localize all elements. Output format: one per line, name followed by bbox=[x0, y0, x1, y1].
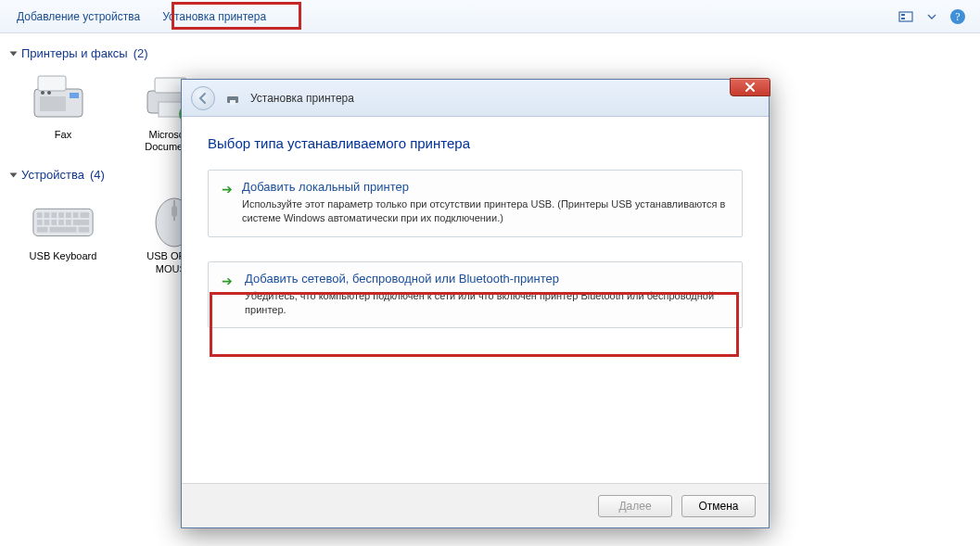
device-label: Fax bbox=[55, 129, 71, 141]
svg-rect-29 bbox=[37, 227, 48, 233]
wizard-body: Выбор типа устанавливаемого принтера ➔ Д… bbox=[182, 117, 769, 362]
svg-rect-18 bbox=[51, 213, 57, 219]
svg-rect-7 bbox=[70, 93, 79, 98]
toolbar: Добавление устройства Установка принтера… bbox=[0, 0, 980, 33]
svg-rect-23 bbox=[37, 220, 43, 225]
svg-rect-25 bbox=[51, 220, 57, 225]
keyboard-icon bbox=[30, 191, 96, 247]
svg-rect-1 bbox=[901, 14, 905, 16]
toolbar-right: ? bbox=[897, 7, 974, 26]
svg-rect-24 bbox=[45, 220, 50, 225]
device-keyboard[interactable]: USB Keyboard bbox=[20, 191, 106, 274]
collapse-icon bbox=[10, 172, 18, 177]
svg-rect-37 bbox=[230, 100, 235, 105]
svg-rect-36 bbox=[229, 93, 236, 96]
svg-rect-27 bbox=[66, 220, 71, 225]
wizard-heading: Выбор типа устанавливаемого принтера bbox=[208, 135, 743, 151]
svg-rect-6 bbox=[38, 76, 66, 91]
back-button[interactable] bbox=[191, 86, 215, 110]
svg-rect-19 bbox=[58, 213, 64, 219]
svg-rect-34 bbox=[172, 206, 177, 217]
svg-rect-31 bbox=[79, 227, 90, 233]
arrow-right-icon: ➔ bbox=[222, 273, 235, 288]
device-fax[interactable]: Fax bbox=[20, 70, 106, 153]
wizard-title-text: Установка принтера bbox=[250, 92, 354, 105]
cancel-button[interactable]: Отмена bbox=[681, 495, 756, 517]
section-printers-header[interactable]: Принтеры и факсы (2) bbox=[11, 46, 969, 60]
help-icon[interactable]: ? bbox=[948, 7, 967, 26]
add-printer-wizard: Установка принтера Выбор типа устанавлив… bbox=[181, 79, 770, 528]
option-add-network-printer[interactable]: ➔ Добавить сетевой, беспроводной или Blu… bbox=[208, 261, 743, 329]
svg-rect-16 bbox=[37, 213, 43, 219]
svg-rect-0 bbox=[899, 12, 912, 21]
section-devices-count: (4) bbox=[90, 168, 105, 182]
svg-rect-2 bbox=[901, 18, 905, 19]
close-button[interactable] bbox=[730, 78, 770, 96]
svg-point-9 bbox=[41, 91, 45, 95]
next-button[interactable]: Далее bbox=[598, 495, 672, 517]
svg-rect-8 bbox=[40, 96, 66, 111]
option-title: Добавить сетевой, беспроводной или Bluet… bbox=[245, 272, 729, 286]
device-label: USB Keyboard bbox=[30, 250, 97, 262]
option-desc: Используйте этот параметр только при отс… bbox=[242, 197, 729, 225]
fax-icon bbox=[30, 70, 96, 125]
section-printers-count: (2) bbox=[134, 46, 148, 60]
collapse-icon bbox=[10, 51, 18, 56]
chevron-down-icon[interactable] bbox=[923, 7, 941, 26]
section-printers-title: Принтеры и факсы bbox=[21, 46, 128, 60]
svg-rect-28 bbox=[73, 220, 90, 225]
svg-rect-22 bbox=[80, 213, 89, 219]
svg-rect-30 bbox=[49, 227, 76, 233]
svg-rect-20 bbox=[66, 213, 71, 219]
view-options-icon[interactable] bbox=[897, 7, 915, 26]
svg-point-10 bbox=[47, 91, 51, 95]
wizard-titlebar: Установка принтера bbox=[182, 80, 769, 117]
arrow-right-icon: ➔ bbox=[222, 182, 233, 197]
svg-text:?: ? bbox=[955, 10, 960, 23]
option-title: Добавить локальный принтер bbox=[242, 180, 729, 194]
option-add-local-printer[interactable]: ➔ Добавить локальный принтер Используйте… bbox=[208, 170, 743, 237]
svg-rect-26 bbox=[58, 220, 64, 225]
printer-icon bbox=[224, 90, 241, 107]
wizard-footer: Далее Отмена bbox=[182, 483, 769, 527]
svg-rect-21 bbox=[73, 213, 79, 219]
toolbar-install-printer[interactable]: Установка принтера bbox=[151, 5, 277, 29]
toolbar-add-device[interactable]: Добавление устройства bbox=[6, 5, 151, 29]
option-desc: Убедитесь, что компьютер подключен к сет… bbox=[245, 289, 729, 317]
svg-rect-17 bbox=[45, 213, 50, 219]
section-devices-title: Устройства bbox=[21, 168, 84, 182]
